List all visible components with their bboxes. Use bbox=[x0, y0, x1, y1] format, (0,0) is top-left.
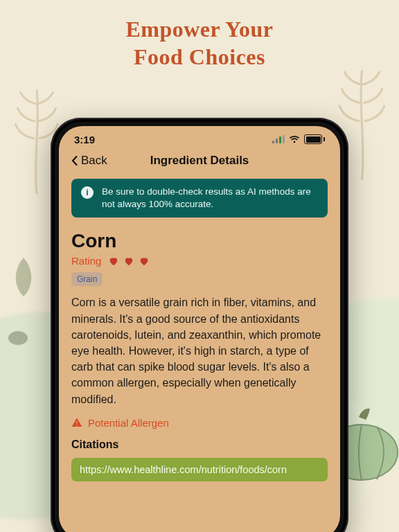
leaf-icon bbox=[10, 256, 37, 298]
ingredient-description: Corn is a versatile grain rich in fiber,… bbox=[71, 294, 328, 407]
status-right-cluster bbox=[272, 134, 325, 144]
citations-heading: Citations bbox=[71, 438, 328, 451]
rating-label: Rating bbox=[71, 255, 101, 267]
seed-icon bbox=[6, 326, 30, 351]
wifi-icon bbox=[289, 135, 300, 143]
headline-line-2: Food Choices bbox=[0, 43, 399, 71]
content-area: i Be sure to double-check results as AI … bbox=[59, 175, 340, 481]
citation-link[interactable]: https://www.healthline.com/nutrition/foo… bbox=[71, 458, 328, 481]
heart-icon bbox=[123, 256, 134, 267]
svg-point-0 bbox=[8, 331, 28, 345]
promo-headline: Empower Your Food Choices bbox=[0, 0, 399, 71]
chevron-left-icon bbox=[70, 156, 80, 166]
heart-icon bbox=[139, 256, 150, 267]
device-frame: 3:19 Back Ingredient Details bbox=[51, 118, 348, 532]
status-bar: 3:19 bbox=[59, 126, 340, 152]
allergen-warning: Potential Allergen bbox=[71, 417, 328, 429]
back-label: Back bbox=[81, 154, 107, 168]
category-chip[interactable]: Grain bbox=[71, 272, 103, 286]
rating-row: Rating bbox=[71, 255, 328, 267]
app-screen: 3:19 Back Ingredient Details bbox=[59, 126, 340, 532]
warning-icon bbox=[71, 417, 82, 428]
promo-stage: Empower Your Food Choices 3:19 Back bbox=[0, 0, 399, 532]
notice-text: Be sure to double-check results as AI me… bbox=[102, 186, 318, 211]
nav-bar: Back Ingredient Details bbox=[59, 152, 340, 175]
headline-line-1: Empower Your bbox=[0, 15, 399, 43]
cellular-signal-icon bbox=[272, 135, 285, 143]
rating-hearts bbox=[108, 256, 150, 267]
status-time: 3:19 bbox=[74, 134, 95, 145]
battery-icon bbox=[304, 134, 325, 144]
info-icon: i bbox=[81, 186, 94, 199]
heart-icon bbox=[108, 256, 119, 267]
allergen-label: Potential Allergen bbox=[88, 417, 169, 429]
ai-accuracy-notice: i Be sure to double-check results as AI … bbox=[71, 179, 328, 218]
back-button[interactable]: Back bbox=[70, 154, 107, 168]
ingredient-name: Corn bbox=[71, 230, 328, 252]
